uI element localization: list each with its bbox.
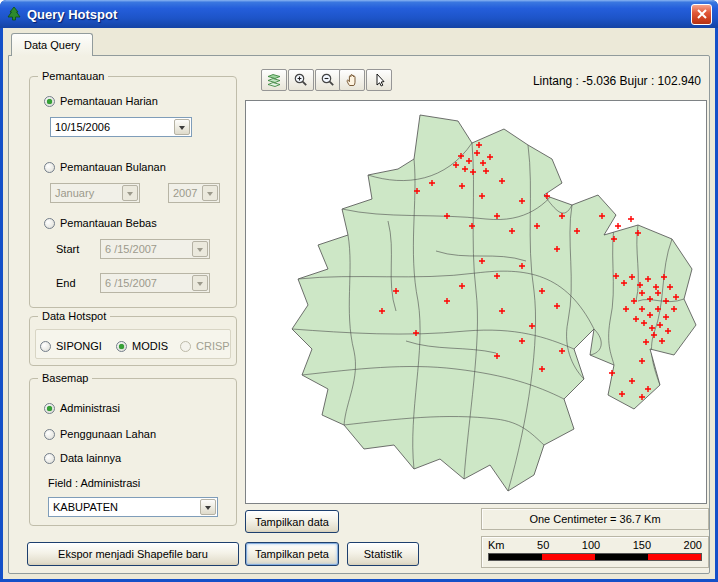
map-region xyxy=(292,115,696,491)
group-basemap: Basemap Administrasi Penggunaan Lahan Da… xyxy=(29,378,237,526)
dropdown-arrow-icon xyxy=(192,275,208,291)
radio-pemantauan-harian[interactable]: Pemantauan Harian xyxy=(44,94,158,108)
zoom-in-button[interactable] xyxy=(288,69,314,91)
month-combobox[interactable]: January xyxy=(50,183,140,203)
statistics-button[interactable]: Statistik xyxy=(347,542,419,566)
hotspot-marker xyxy=(615,223,621,229)
radio-pemantauan-bebas[interactable]: Pemantauan Bebas xyxy=(44,216,157,230)
map-toolbar-left xyxy=(261,69,341,91)
map-toolbar-right xyxy=(339,69,392,91)
field-label: Field : Administrasi xyxy=(48,477,140,489)
query-hotspot-window: Query Hotspot Data Query Pemantauan Pema… xyxy=(0,0,718,582)
radio-label: MODIS xyxy=(132,340,168,352)
group-data-hotspot: Data Hotspot SIPONGI MODIS CRISP xyxy=(29,316,237,366)
layers-icon xyxy=(266,72,282,88)
tab-data-query[interactable]: Data Query xyxy=(11,33,93,56)
radio-icon xyxy=(180,341,191,352)
radio-icon xyxy=(44,218,55,229)
group-pemantauan-title: Pemantauan xyxy=(38,69,108,83)
dropdown-arrow-icon xyxy=(202,185,218,201)
radio-label: Pemantauan Harian xyxy=(60,95,158,107)
close-icon xyxy=(697,9,707,19)
group-data-hotspot-title: Data Hotspot xyxy=(38,309,110,323)
radio-icon xyxy=(40,341,51,352)
group-pemantauan: Pemantauan Pemantauan Harian 10/15/2006 … xyxy=(29,76,237,308)
dropdown-arrow-icon xyxy=(122,185,138,201)
harian-date-combobox[interactable]: 10/15/2006 xyxy=(50,117,192,137)
start-date-combobox[interactable]: 6 /15/2007 xyxy=(100,239,210,259)
pan-button[interactable] xyxy=(339,69,365,91)
scale-bar-segment xyxy=(542,554,595,560)
scale-tick-label: 150 xyxy=(633,539,651,552)
tree-app-icon xyxy=(6,6,22,22)
radio-icon xyxy=(44,162,55,173)
show-map-button[interactable]: Tampilkan peta xyxy=(245,542,339,566)
field-combobox[interactable]: KABUPATEN xyxy=(48,497,218,517)
close-button[interactable] xyxy=(691,4,712,25)
group-basemap-title: Basemap xyxy=(38,371,92,385)
titlebar[interactable]: Query Hotspot xyxy=(0,0,718,28)
year-combobox[interactable]: 2007 xyxy=(168,183,220,203)
radio-crisp[interactable]: CRISP xyxy=(180,339,230,353)
scale-bar-panel: Km50100150200 xyxy=(481,536,709,568)
combo-value: 2007 xyxy=(169,187,201,199)
radio-pemantauan-bulanan[interactable]: Pemantauan Bulanan xyxy=(44,160,166,174)
scale-bar xyxy=(488,553,702,561)
radio-modis[interactable]: MODIS xyxy=(116,339,168,353)
hotspot-marker xyxy=(628,216,634,222)
zoom-out-button[interactable] xyxy=(315,69,341,91)
scale-tick-label: 50 xyxy=(537,539,549,552)
cursor-arrow-icon xyxy=(371,72,387,88)
radio-data-lainnya[interactable]: Data lainnya xyxy=(44,451,121,465)
scale-tick-label: 100 xyxy=(582,539,600,552)
scale-tick-label: 200 xyxy=(684,539,702,552)
zoom-in-icon xyxy=(293,72,309,88)
radio-icon xyxy=(44,429,55,440)
dialog-body: Data Query Pemantauan Pemantauan Harian … xyxy=(3,28,715,579)
map-viewport[interactable] xyxy=(245,100,707,504)
radio-label: Pemantauan Bulanan xyxy=(60,161,166,173)
dropdown-arrow-icon xyxy=(192,241,208,257)
scale-text: One Centimeter = 36.7 Km xyxy=(529,513,660,525)
dropdown-arrow-icon[interactable] xyxy=(200,499,216,515)
dropdown-arrow-icon[interactable] xyxy=(174,119,190,135)
end-label: End xyxy=(56,277,76,289)
combo-value: 6 /15/2007 xyxy=(101,277,191,289)
radio-label: Data lainnya xyxy=(60,452,121,464)
combo-value: 10/15/2006 xyxy=(51,121,173,133)
coordinates-readout: Lintang : -5.036 Bujur : 102.940 xyxy=(533,74,701,88)
tab-label: Data Query xyxy=(24,39,80,51)
zoom-out-icon xyxy=(320,72,336,88)
combo-value: KABUPATEN xyxy=(49,501,199,513)
combo-value: 6 /15/2007 xyxy=(101,243,191,255)
show-data-button[interactable]: Tampilkan data xyxy=(245,510,339,533)
radio-icon xyxy=(44,96,55,107)
radio-icon xyxy=(44,453,55,464)
radio-label: CRISP xyxy=(196,340,230,352)
select-button[interactable] xyxy=(366,69,392,91)
window-title: Query Hotspot xyxy=(27,7,117,22)
radio-penggunaan-lahan[interactable]: Penggunaan Lahan xyxy=(44,427,156,441)
hand-pan-icon xyxy=(344,72,360,88)
map-canvas xyxy=(246,101,706,503)
scale-info-panel: One Centimeter = 36.7 Km xyxy=(481,508,709,530)
end-date-combobox[interactable]: 6 /15/2007 xyxy=(100,273,210,293)
tab-page: Pemantauan Pemantauan Harian 10/15/2006 … xyxy=(8,55,710,574)
scale-bar-segment xyxy=(648,554,701,560)
combo-value: January xyxy=(51,187,121,199)
radio-icon xyxy=(44,403,55,414)
radio-label: SIPONGI xyxy=(56,340,102,352)
scale-bar-segment xyxy=(489,554,542,560)
radio-label: Administrasi xyxy=(60,402,120,414)
export-shapefile-button[interactable]: Ekspor menjadi Shapefile baru xyxy=(27,542,239,566)
scale-ticks: Km50100150200 xyxy=(488,539,702,552)
radio-icon xyxy=(116,341,127,352)
radio-sipongi[interactable]: SIPONGI xyxy=(40,339,102,353)
scale-bar-segment xyxy=(595,554,648,560)
scale-tick-label: Km xyxy=(488,539,505,552)
radio-label: Pemantauan Bebas xyxy=(60,217,157,229)
radio-label: Penggunaan Lahan xyxy=(60,428,156,440)
layers-button[interactable] xyxy=(261,69,287,91)
radio-administrasi[interactable]: Administrasi xyxy=(44,401,120,415)
start-label: Start xyxy=(56,243,79,255)
